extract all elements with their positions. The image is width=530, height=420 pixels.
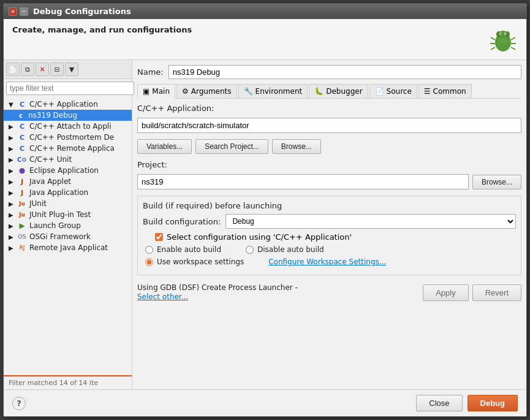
dialog-title: Debug Configurations [33, 7, 131, 16]
minimize-btn[interactable]: ─ [20, 7, 28, 16]
variables-btn[interactable]: Variables... [137, 139, 192, 154]
tree-item-remote-java[interactable]: ▶ RJ Remote Java Applicat [4, 242, 132, 253]
tree-label-java-app: Java Application [29, 188, 88, 197]
app-label: C/C++ Application: [137, 104, 521, 113]
cpp-postmortem-icon: C [17, 134, 27, 142]
source-tab-label: Source [387, 87, 412, 96]
common-tab-icon: ☰ [424, 87, 431, 96]
enable-auto-build-option: Enable auto build [145, 245, 221, 254]
name-label: Name: [137, 67, 164, 77]
expand-icon: ▶ [9, 145, 15, 152]
tree-label-java-applet: Java Applet [29, 177, 71, 186]
tree-label-osgi: OSGi Framework [29, 232, 91, 241]
tree-label-ns319: ns319 Debug [28, 111, 77, 120]
tab-environment[interactable]: 🔧 Environment [238, 84, 308, 98]
tree-item-launch-group[interactable]: ▶ ▶ Launch Group [4, 220, 132, 231]
select-other-link[interactable]: Select other... [137, 292, 188, 301]
junit-icon: Ju [17, 200, 27, 207]
tree-label-eclipse: Eclipse Application [29, 166, 99, 175]
tab-arguments[interactable]: ⚙ Arguments [176, 84, 237, 98]
expand-icon: ▶ [9, 156, 15, 163]
revert-btn[interactable]: Revert [472, 284, 521, 301]
new-config-btn[interactable]: 📄 [6, 63, 20, 76]
tree-item-ns319-debug[interactable]: c ns319 Debug [4, 110, 132, 121]
tree-item-cpp-app[interactable]: ▼ C C/C++ Application [4, 99, 132, 110]
tree-item-junit-plugin[interactable]: ▶ Ju JUnit Plug-in Test [4, 209, 132, 220]
tab-debugger[interactable]: 🐛 Debugger [309, 84, 368, 98]
tree-item-junit[interactable]: ▶ Ju JUnit [4, 198, 132, 209]
project-row: Browse... [137, 174, 521, 189]
tree-item-eclipse-app[interactable]: ▶ ● Eclipse Application [4, 165, 132, 176]
svg-point-14 [498, 39, 508, 44]
tree-label-junit-plugin: JUnit Plug-in Test [29, 210, 91, 219]
workspace-settings-row: Use workspace settings Configure Workspa… [143, 258, 516, 266]
tree-label-cpp-unit: C/C++ Unit [29, 155, 72, 164]
build-section-title: Build (if required) before launching [143, 201, 516, 210]
enable-auto-build-radio[interactable] [145, 246, 153, 254]
args-tab-icon: ⚙ [182, 87, 189, 96]
svg-point-6 [501, 33, 502, 34]
build-config-row: Build configuration: Debug [143, 214, 516, 229]
tab-source[interactable]: 📄 Source [369, 84, 417, 98]
tree-item-cpp-remote[interactable]: ▶ C C/C++ Remote Applica [4, 143, 132, 154]
cpp-remote-icon: C [17, 145, 27, 153]
expand-icon: ▶ [9, 123, 15, 130]
config-tree: ▼ C C/C++ Application c ns319 Debug ▶ C … [4, 97, 132, 375]
expand-arrow: ▼ [9, 101, 15, 108]
tab-common[interactable]: ☰ Common [418, 84, 472, 98]
footer-buttons: Close Debug [416, 395, 518, 411]
browse-btn-2[interactable]: Browse... [472, 175, 521, 189]
filter-input[interactable] [6, 82, 134, 95]
tree-item-osgi[interactable]: ▶ OS OSGi Framework [4, 231, 132, 242]
svg-line-10 [491, 47, 495, 50]
close-window-btn[interactable]: ✕ [9, 7, 17, 16]
env-tab-label: Environment [256, 87, 303, 96]
disable-auto-build-label: Disable auto build [257, 245, 324, 254]
apply-btn[interactable]: Apply [423, 284, 469, 301]
svg-line-13 [511, 47, 515, 50]
collapse-all-btn[interactable]: ⊟ [50, 63, 64, 76]
java-applet-icon: J [17, 178, 27, 186]
tree-item-java-applet[interactable]: ▶ J Java Applet [4, 176, 132, 187]
tree-item-java-app[interactable]: ▶ J Java Application [4, 187, 132, 198]
build-config-select[interactable]: Debug [225, 214, 516, 229]
tree-label-junit: JUnit [29, 199, 47, 208]
debugger-tab-icon: 🐛 [314, 87, 324, 96]
tree-label-remote-java: Remote Java Applicat [29, 243, 108, 252]
search-project-btn[interactable]: Search Project... [195, 139, 268, 154]
env-tab-icon: 🔧 [244, 87, 253, 96]
filter-btn[interactable]: ▼ [65, 63, 78, 76]
tree-label-cpp-attach: C/C++ Attach to Appli [29, 122, 111, 131]
expand-icon: ▶ [9, 234, 15, 240]
remote-java-icon: RJ [17, 245, 27, 251]
close-btn[interactable]: Close [416, 395, 462, 411]
common-tab-label: Common [433, 87, 466, 96]
title-bar: ✕ ─ Debug Configurations [4, 4, 526, 19]
app-path-input[interactable] [137, 118, 521, 133]
dialog-subtitle: Create, manage, and run configurations [12, 25, 192, 34]
browse-btn-1[interactable]: Browse... [272, 139, 321, 154]
tree-item-cpp-postmortem[interactable]: ▶ C C/C++ Postmortem De [4, 132, 132, 143]
help-btn[interactable]: ? [12, 397, 26, 410]
duplicate-config-btn[interactable]: ⧉ [21, 63, 34, 76]
project-input[interactable] [137, 174, 469, 189]
filter-status-text: Filter matched 14 of 14 ite [9, 379, 98, 387]
tree-label-cpp-postmortem: C/C++ Postmortem De [29, 133, 114, 142]
name-input[interactable] [168, 65, 521, 79]
tree-item-cpp-unit[interactable]: ▶ C⚙ C/C++ Unit [4, 154, 132, 165]
launcher-section: Using GDB (DSF) Create Process Launcher … [137, 283, 298, 301]
tab-main[interactable]: ▣ Main [137, 84, 175, 99]
debug-configurations-dialog: ✕ ─ Debug Configurations Create, manage,… [3, 3, 527, 417]
main-tab-icon: ▣ [143, 87, 150, 96]
disable-auto-build-radio[interactable] [246, 246, 254, 254]
debug-btn[interactable]: Debug [468, 395, 518, 411]
expand-icon: ▶ [9, 200, 15, 207]
right-panel: Name: ▣ Main ⚙ Arguments 🔧 Environment [132, 60, 526, 389]
workspace-settings-option: Use workspace settings [145, 258, 244, 266]
dialog-header: Create, manage, and run configurations [4, 19, 526, 60]
select-config-checkbox[interactable] [155, 233, 163, 241]
configure-workspace-link[interactable]: Configure Workspace Settings... [268, 258, 386, 266]
delete-config-btn[interactable]: ✕ [36, 63, 49, 76]
workspace-settings-radio[interactable] [145, 258, 153, 266]
tree-item-cpp-attach[interactable]: ▶ C C/C++ Attach to Appli [4, 121, 132, 132]
